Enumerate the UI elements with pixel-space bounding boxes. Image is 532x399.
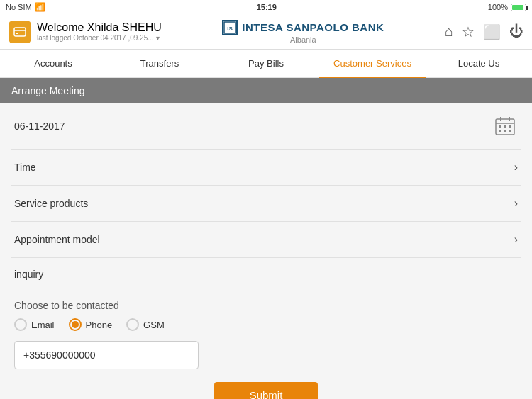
home-icon[interactable]: ⌂ xyxy=(445,23,453,40)
bank-name: INTESA SANPAOLO BANK xyxy=(242,21,384,33)
inquiry-label: inquiry xyxy=(14,269,43,280)
date-value: 06-11-2017 xyxy=(14,120,65,132)
calendar-icon[interactable] xyxy=(492,113,518,139)
user-info: Welcome Xhilda SHEHU last logged October… xyxy=(37,21,162,42)
user-name: Welcome Xhilda SHEHU xyxy=(37,21,162,34)
radio-gsm[interactable]: GSM xyxy=(126,318,165,331)
appointment-model-label: Appointment model xyxy=(14,234,100,245)
radio-gsm-label: GSM xyxy=(143,320,165,330)
radio-phone-label: Phone xyxy=(86,320,113,330)
submit-area: Submit xyxy=(11,382,521,399)
nav-locate-us[interactable]: Locate Us xyxy=(426,50,532,78)
status-bar: No SIM 📶 15:19 100% xyxy=(0,0,532,14)
header-left: Welcome Xhilda SHEHU last logged October… xyxy=(9,21,162,43)
svg-rect-9 xyxy=(504,125,506,128)
last-logged: last logged October 04 2017 ,09.25... ▾ xyxy=(37,34,162,42)
time-label: 15:19 xyxy=(257,3,277,11)
form-area: 06-11-2017 Time › xyxy=(0,103,532,399)
dropdown-arrow-icon[interactable]: ▾ xyxy=(156,34,160,42)
header-actions: ⌂ ☆ ⬜ ⏻ xyxy=(445,23,523,40)
bank-country: Albania xyxy=(290,35,316,44)
nav-customer-services[interactable]: Customer Services xyxy=(319,50,426,78)
svg-rect-8 xyxy=(499,125,501,128)
svg-rect-11 xyxy=(499,130,501,132)
time-label: Time xyxy=(14,162,36,173)
time-dropdown[interactable]: Time › xyxy=(11,150,521,186)
svg-rect-10 xyxy=(509,125,511,128)
inquiry-row: inquiry xyxy=(11,258,521,291)
bank-branding: IS INTESA SANPAOLO BANK Albania xyxy=(222,20,384,44)
radio-phone[interactable]: Phone xyxy=(69,318,113,331)
wifi-icon: 📶 xyxy=(35,2,45,12)
time-chevron-icon: › xyxy=(514,161,518,174)
app-icon xyxy=(9,21,31,43)
phone-input[interactable] xyxy=(14,341,199,369)
svg-rect-12 xyxy=(504,130,506,132)
service-products-label: Service products xyxy=(14,198,88,209)
app-header: Welcome Xhilda SHEHU last logged October… xyxy=(0,14,532,50)
service-products-dropdown[interactable]: Service products › xyxy=(11,186,521,222)
svg-rect-13 xyxy=(509,130,511,132)
svg-rect-1 xyxy=(16,33,18,34)
nav-pay-bills[interactable]: Pay Bills xyxy=(213,50,319,78)
date-row: 06-11-2017 xyxy=(11,103,521,150)
nav-bar: Accounts Transfers Pay Bills Customer Se… xyxy=(0,50,532,78)
svg-rect-0 xyxy=(14,28,26,36)
section-header: Arrange Meeting xyxy=(0,78,532,103)
radio-gsm-outer xyxy=(126,318,139,331)
bank-icon: IS xyxy=(222,20,238,35)
nav-accounts[interactable]: Accounts xyxy=(0,50,106,78)
appointment-model-chevron-icon: › xyxy=(514,233,518,246)
page-content: Arrange Meeting 06-11-2017 xyxy=(0,78,532,399)
contact-title: Choose to be contacted xyxy=(14,300,518,311)
bank-logo: IS INTESA SANPAOLO BANK xyxy=(222,20,384,35)
submit-button[interactable]: Submit xyxy=(214,382,318,399)
status-right: 100% xyxy=(488,3,526,11)
radio-phone-outer xyxy=(69,318,82,331)
radio-phone-inner xyxy=(72,321,79,328)
window-icon[interactable]: ⬜ xyxy=(483,23,501,40)
radio-email-label: Email xyxy=(31,320,55,330)
service-products-chevron-icon: › xyxy=(514,197,518,210)
svg-text:IS: IS xyxy=(228,26,233,32)
radio-group: Email Phone GSM xyxy=(14,318,518,331)
star-icon[interactable]: ☆ xyxy=(462,23,475,40)
radio-email-outer xyxy=(14,318,27,331)
battery-icon xyxy=(511,4,526,11)
section-title: Arrange Meeting xyxy=(11,85,85,96)
status-left: No SIM 📶 xyxy=(6,2,45,12)
contact-section: Choose to be contacted Email Phone GSM xyxy=(11,291,521,369)
appointment-model-dropdown[interactable]: Appointment model › xyxy=(11,222,521,258)
power-icon[interactable]: ⏻ xyxy=(509,23,523,40)
nav-transfers[interactable]: Transfers xyxy=(106,50,213,78)
carrier-label: No SIM xyxy=(6,3,32,11)
radio-email[interactable]: Email xyxy=(14,318,55,331)
battery-label: 100% xyxy=(488,3,508,11)
